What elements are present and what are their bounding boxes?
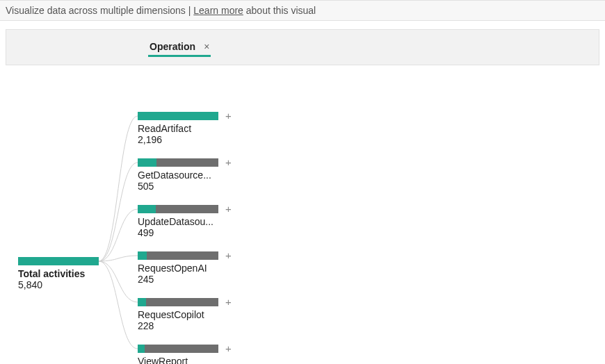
expand-icon[interactable]: + — [225, 110, 232, 121]
expand-icon[interactable]: + — [225, 343, 232, 354]
dimension-pill[interactable]: Operation × — [148, 41, 211, 57]
info-banner: Visualize data across multiple dimension… — [0, 0, 605, 21]
root-node-name: Total activities — [18, 268, 102, 279]
child-bar — [138, 158, 218, 167]
child-node[interactable]: GetDatasource...505 — [138, 158, 223, 192]
banner-text-after: about this visual — [243, 5, 316, 16]
banner-text-before: Visualize data across multiple dimension… — [6, 5, 186, 16]
child-node-name: ViewReport — [138, 356, 221, 364]
banner-separator: | — [186, 5, 193, 16]
child-node[interactable]: ViewReport195 — [138, 345, 223, 364]
expand-icon[interactable]: + — [225, 297, 232, 307]
learn-more-link[interactable]: Learn more — [193, 5, 243, 16]
child-node-name: ReadArtifact — [138, 123, 221, 134]
child-node-value: 245 — [138, 274, 223, 285]
child-node[interactable]: UpdateDatasou...499 — [138, 205, 223, 238]
dimension-header: Operation × — [6, 29, 599, 65]
child-node-value: 2,196 — [138, 134, 223, 145]
child-node-value: 499 — [138, 227, 223, 238]
child-bar-fill — [138, 345, 145, 353]
tree-connectors — [0, 65, 605, 364]
child-bar — [138, 112, 218, 120]
close-icon[interactable]: × — [204, 42, 209, 51]
child-node-value: 505 — [138, 181, 223, 192]
root-node-value: 5,840 — [18, 279, 102, 290]
root-node[interactable]: Total activities 5,840 — [18, 257, 102, 290]
root-bar — [18, 257, 99, 265]
expand-icon[interactable]: + — [225, 250, 232, 260]
child-node-name: GetDatasource... — [138, 169, 221, 181]
child-node-name: UpdateDatasou... — [138, 216, 221, 227]
child-bar — [138, 298, 218, 306]
child-bar-fill — [138, 158, 156, 167]
child-bar-fill — [138, 112, 218, 120]
child-node-name: RequestCopilot — [138, 309, 221, 320]
child-bar — [138, 345, 218, 353]
expand-icon[interactable]: + — [225, 157, 232, 167]
child-node-name: RequestOpenAI — [138, 263, 221, 274]
child-node[interactable]: RequestCopilot228 — [138, 298, 223, 331]
child-bar-fill — [138, 251, 147, 260]
child-node-value: 228 — [138, 320, 223, 331]
root-bar-fill — [18, 257, 99, 265]
child-bar-fill — [138, 205, 156, 213]
child-bar — [138, 205, 218, 213]
child-node[interactable]: ReadArtifact2,196 — [138, 112, 223, 145]
expand-icon[interactable]: + — [225, 204, 232, 214]
child-node[interactable]: RequestOpenAI245 — [138, 251, 223, 285]
dimension-pill-label: Operation — [150, 41, 195, 52]
child-bar-fill — [138, 298, 146, 306]
child-bar — [138, 251, 218, 260]
decomposition-tree: Total activities 5,840 ReadArtifact2,196… — [0, 65, 605, 364]
